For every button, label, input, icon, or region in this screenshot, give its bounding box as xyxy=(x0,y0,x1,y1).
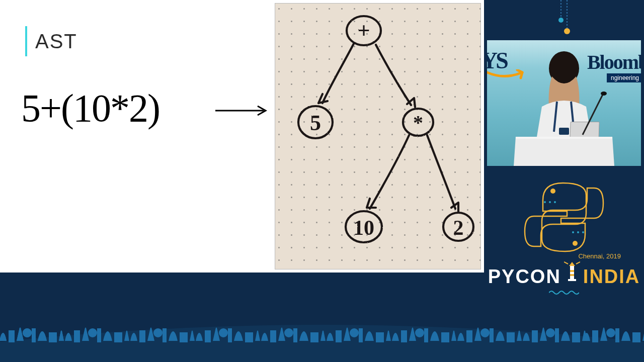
event-subtitle: Chennai, 2019 xyxy=(578,252,621,260)
ast-node-left: 5 xyxy=(310,111,321,135)
svg-point-12 xyxy=(601,92,607,96)
slide-expression: 5+(10*2) xyxy=(21,85,159,131)
python-logo-icon xyxy=(524,177,604,252)
ast-sketch: + 5 * 10 2 xyxy=(275,3,481,269)
svg-point-17 xyxy=(554,201,556,203)
slide-title: AST xyxy=(35,30,77,53)
hanging-ornament-icon xyxy=(554,0,574,39)
svg-marker-24 xyxy=(569,262,575,266)
stage: AST 5+(10*2) xyxy=(0,0,644,362)
svg-rect-22 xyxy=(570,270,574,272)
lighthouse-icon xyxy=(564,261,580,283)
svg-point-7 xyxy=(558,18,564,23)
microphone-icon xyxy=(580,90,610,136)
ast-node-right-left: 10 xyxy=(353,216,374,239)
svg-line-27 xyxy=(576,262,580,264)
sidebar: YS Bloombe ngineering xyxy=(484,0,644,362)
svg-point-16 xyxy=(549,201,551,203)
lectern xyxy=(514,137,614,166)
svg-point-20 xyxy=(572,231,574,233)
speaker-camera-frame: YS Bloombe ngineering xyxy=(487,40,641,166)
svg-point-19 xyxy=(582,231,584,233)
svg-rect-21 xyxy=(570,266,574,279)
svg-point-9 xyxy=(564,28,570,34)
svg-point-29 xyxy=(23,329,31,337)
ast-node-right-right: 2 xyxy=(453,216,464,239)
ast-node-right: * xyxy=(413,111,423,134)
aws-smile-icon xyxy=(487,69,526,80)
svg-rect-31 xyxy=(49,333,56,342)
event-logo: Chennai, 2019 PYCON INDIA xyxy=(484,177,644,295)
svg-rect-28 xyxy=(9,331,14,342)
ast-node-root: + xyxy=(357,18,370,43)
svg-line-26 xyxy=(564,262,568,264)
svg-rect-30 xyxy=(32,329,35,342)
event-title: PYCON INDIA xyxy=(488,261,640,288)
presentation-slide: AST 5+(10*2) xyxy=(0,0,484,273)
event-title-right: INDIA xyxy=(583,266,640,288)
accent-bar xyxy=(25,26,27,56)
svg-rect-23 xyxy=(570,274,574,276)
waves-icon xyxy=(549,290,579,295)
svg-rect-25 xyxy=(568,279,576,281)
arrow-icon xyxy=(215,105,271,117)
svg-point-14 xyxy=(573,241,578,246)
sponsor-subtitle: ngineering xyxy=(607,73,641,82)
svg-point-15 xyxy=(544,201,546,203)
svg-point-18 xyxy=(577,231,579,233)
svg-point-13 xyxy=(550,189,555,194)
slide-title-wrap: AST xyxy=(25,26,77,56)
svg-rect-11 xyxy=(559,128,569,135)
event-title-left: PYCON xyxy=(488,266,561,288)
